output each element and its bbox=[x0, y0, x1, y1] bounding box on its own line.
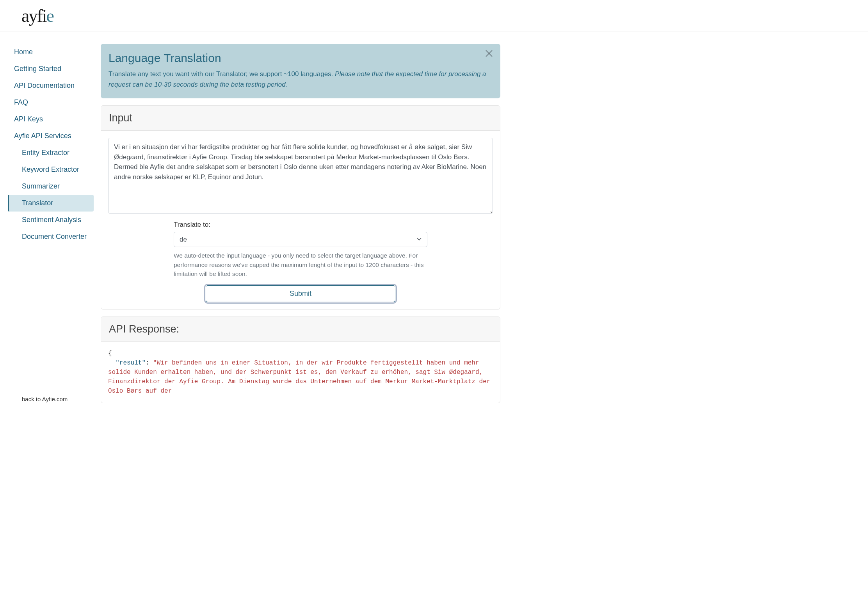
sidebar-item-keyword-extractor[interactable]: Keyword Extractor bbox=[8, 161, 94, 178]
banner-text: Translate any text you want with our Tra… bbox=[108, 69, 493, 90]
banner-text-main: Translate any text you want with our Tra… bbox=[108, 70, 335, 78]
help-text: We auto-detect the input language - you … bbox=[174, 251, 427, 278]
sidebar-item-sentiment-analysis[interactable]: Sentiment Analysis bbox=[8, 212, 94, 228]
main-content: Language Translation Translate any text … bbox=[94, 44, 507, 410]
response-card: API Response: { "result": "Wir befinden … bbox=[101, 317, 500, 403]
input-header-title: Input bbox=[109, 112, 492, 124]
sidebar-item-getting-started[interactable]: Getting Started bbox=[8, 60, 94, 77]
submit-button[interactable]: Submit bbox=[206, 285, 395, 302]
sidebar: Home Getting Started API Documentation F… bbox=[0, 44, 94, 410]
sidebar-item-faq[interactable]: FAQ bbox=[8, 94, 94, 111]
sidebar-item-home[interactable]: Home bbox=[8, 44, 94, 60]
sidebar-item-ayfie-api-services[interactable]: Ayfie API Services bbox=[8, 128, 94, 144]
input-card-header: Input bbox=[101, 106, 500, 131]
logo[interactable]: ayfie bbox=[21, 6, 53, 26]
response-card-header: API Response: bbox=[101, 317, 500, 342]
close-icon[interactable] bbox=[485, 49, 493, 59]
info-banner: Language Translation Translate any text … bbox=[101, 44, 500, 98]
header: ayfie bbox=[0, 0, 868, 32]
response-header-title: API Response: bbox=[109, 323, 492, 335]
sidebar-item-document-converter[interactable]: Document Converter bbox=[8, 228, 94, 245]
sidebar-item-api-keys[interactable]: API Keys bbox=[8, 111, 94, 128]
sidebar-item-entity-extractor[interactable]: Entity Extractor bbox=[8, 144, 94, 161]
api-response-body: { "result": "Wir befinden uns in einer S… bbox=[101, 342, 500, 403]
json-key: "result" bbox=[116, 359, 146, 366]
input-card: Input Translate to: de bbox=[101, 105, 500, 309]
input-textarea[interactable] bbox=[108, 138, 493, 214]
sidebar-footer-link[interactable]: back to Ayfie.com bbox=[8, 396, 94, 410]
sidebar-item-translator[interactable]: Translator bbox=[8, 195, 94, 212]
json-value: "Wir befinden uns in einer Situation, in… bbox=[108, 359, 494, 395]
sidebar-item-api-documentation[interactable]: API Documentation bbox=[8, 77, 94, 94]
banner-title: Language Translation bbox=[108, 52, 493, 65]
translate-to-label: Translate to: bbox=[174, 221, 427, 229]
sidebar-item-summarizer[interactable]: Summarizer bbox=[8, 178, 94, 195]
language-select[interactable]: de bbox=[174, 232, 427, 247]
logo-accent: e bbox=[46, 6, 53, 26]
logo-main: ayfi bbox=[21, 6, 46, 26]
